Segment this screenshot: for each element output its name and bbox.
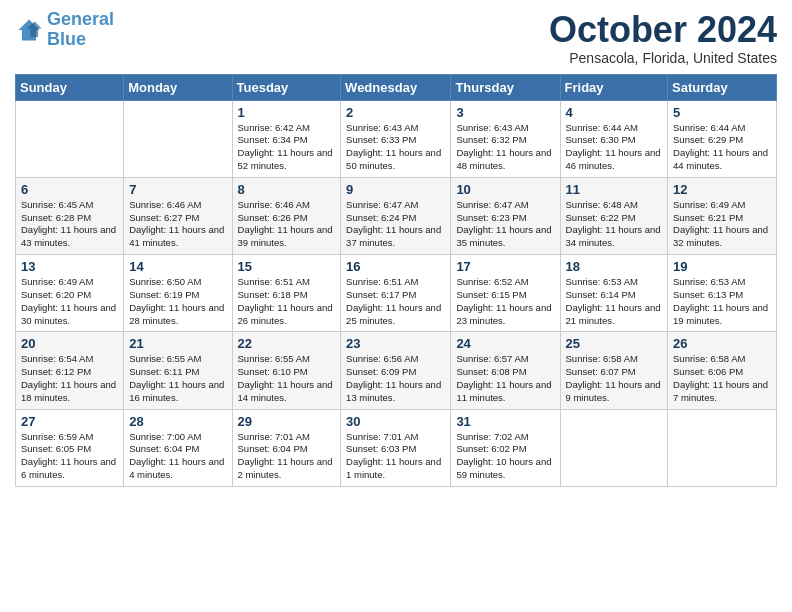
day-cell: 20Sunrise: 6:54 AM Sunset: 6:12 PM Dayli… [16,332,124,409]
day-info: Sunrise: 6:54 AM Sunset: 6:12 PM Dayligh… [21,353,118,404]
day-number: 18 [566,259,663,274]
title-block: October 2024 Pensacola, Florida, United … [549,10,777,66]
day-number: 21 [129,336,226,351]
day-cell: 14Sunrise: 6:50 AM Sunset: 6:19 PM Dayli… [124,255,232,332]
day-info: Sunrise: 6:43 AM Sunset: 6:33 PM Dayligh… [346,122,445,173]
day-cell: 16Sunrise: 6:51 AM Sunset: 6:17 PM Dayli… [341,255,451,332]
logo-text: General Blue [47,10,114,50]
column-header-tuesday: Tuesday [232,74,341,100]
day-cell: 15Sunrise: 6:51 AM Sunset: 6:18 PM Dayli… [232,255,341,332]
column-header-wednesday: Wednesday [341,74,451,100]
day-cell: 22Sunrise: 6:55 AM Sunset: 6:10 PM Dayli… [232,332,341,409]
day-cell: 31Sunrise: 7:02 AM Sunset: 6:02 PM Dayli… [451,409,560,486]
day-cell: 9Sunrise: 6:47 AM Sunset: 6:24 PM Daylig… [341,177,451,254]
day-cell: 2Sunrise: 6:43 AM Sunset: 6:33 PM Daylig… [341,100,451,177]
day-cell: 11Sunrise: 6:48 AM Sunset: 6:22 PM Dayli… [560,177,668,254]
day-number: 9 [346,182,445,197]
day-cell: 24Sunrise: 6:57 AM Sunset: 6:08 PM Dayli… [451,332,560,409]
day-info: Sunrise: 6:46 AM Sunset: 6:27 PM Dayligh… [129,199,226,250]
day-info: Sunrise: 6:49 AM Sunset: 6:21 PM Dayligh… [673,199,771,250]
day-cell: 29Sunrise: 7:01 AM Sunset: 6:04 PM Dayli… [232,409,341,486]
column-header-sunday: Sunday [16,74,124,100]
day-info: Sunrise: 6:55 AM Sunset: 6:11 PM Dayligh… [129,353,226,404]
column-header-saturday: Saturday [668,74,777,100]
day-cell: 3Sunrise: 6:43 AM Sunset: 6:32 PM Daylig… [451,100,560,177]
day-number: 24 [456,336,554,351]
day-info: Sunrise: 6:47 AM Sunset: 6:24 PM Dayligh… [346,199,445,250]
day-number: 5 [673,105,771,120]
day-number: 7 [129,182,226,197]
day-number: 10 [456,182,554,197]
day-number: 30 [346,414,445,429]
day-number: 26 [673,336,771,351]
day-cell: 12Sunrise: 6:49 AM Sunset: 6:21 PM Dayli… [668,177,777,254]
day-number: 29 [238,414,336,429]
day-cell: 25Sunrise: 6:58 AM Sunset: 6:07 PM Dayli… [560,332,668,409]
day-cell: 4Sunrise: 6:44 AM Sunset: 6:30 PM Daylig… [560,100,668,177]
day-number: 4 [566,105,663,120]
day-info: Sunrise: 6:59 AM Sunset: 6:05 PM Dayligh… [21,431,118,482]
logo-icon [15,16,43,44]
day-number: 13 [21,259,118,274]
day-cell: 6Sunrise: 6:45 AM Sunset: 6:28 PM Daylig… [16,177,124,254]
day-cell: 7Sunrise: 6:46 AM Sunset: 6:27 PM Daylig… [124,177,232,254]
day-info: Sunrise: 6:48 AM Sunset: 6:22 PM Dayligh… [566,199,663,250]
day-info: Sunrise: 6:51 AM Sunset: 6:17 PM Dayligh… [346,276,445,327]
day-number: 12 [673,182,771,197]
column-header-thursday: Thursday [451,74,560,100]
day-cell: 18Sunrise: 6:53 AM Sunset: 6:14 PM Dayli… [560,255,668,332]
day-info: Sunrise: 6:56 AM Sunset: 6:09 PM Dayligh… [346,353,445,404]
day-info: Sunrise: 6:58 AM Sunset: 6:06 PM Dayligh… [673,353,771,404]
day-number: 22 [238,336,336,351]
day-cell [668,409,777,486]
day-info: Sunrise: 6:42 AM Sunset: 6:34 PM Dayligh… [238,122,336,173]
day-number: 3 [456,105,554,120]
week-row-5: 27Sunrise: 6:59 AM Sunset: 6:05 PM Dayli… [16,409,777,486]
day-number: 11 [566,182,663,197]
day-cell: 21Sunrise: 6:55 AM Sunset: 6:11 PM Dayli… [124,332,232,409]
day-info: Sunrise: 6:51 AM Sunset: 6:18 PM Dayligh… [238,276,336,327]
calendar-table: SundayMondayTuesdayWednesdayThursdayFrid… [15,74,777,487]
day-number: 19 [673,259,771,274]
day-cell: 19Sunrise: 6:53 AM Sunset: 6:13 PM Dayli… [668,255,777,332]
day-info: Sunrise: 6:53 AM Sunset: 6:13 PM Dayligh… [673,276,771,327]
page: General Blue October 2024 Pensacola, Flo… [0,0,792,612]
day-number: 1 [238,105,336,120]
week-row-1: 1Sunrise: 6:42 AM Sunset: 6:34 PM Daylig… [16,100,777,177]
day-info: Sunrise: 6:44 AM Sunset: 6:29 PM Dayligh… [673,122,771,173]
week-row-4: 20Sunrise: 6:54 AM Sunset: 6:12 PM Dayli… [16,332,777,409]
day-cell: 5Sunrise: 6:44 AM Sunset: 6:29 PM Daylig… [668,100,777,177]
day-number: 15 [238,259,336,274]
logo-line1: General [47,9,114,29]
day-cell: 13Sunrise: 6:49 AM Sunset: 6:20 PM Dayli… [16,255,124,332]
day-number: 25 [566,336,663,351]
day-info: Sunrise: 6:57 AM Sunset: 6:08 PM Dayligh… [456,353,554,404]
day-number: 6 [21,182,118,197]
day-info: Sunrise: 7:01 AM Sunset: 6:03 PM Dayligh… [346,431,445,482]
day-number: 2 [346,105,445,120]
day-cell [560,409,668,486]
header: General Blue October 2024 Pensacola, Flo… [15,10,777,66]
week-row-2: 6Sunrise: 6:45 AM Sunset: 6:28 PM Daylig… [16,177,777,254]
day-info: Sunrise: 6:47 AM Sunset: 6:23 PM Dayligh… [456,199,554,250]
day-info: Sunrise: 6:58 AM Sunset: 6:07 PM Dayligh… [566,353,663,404]
day-info: Sunrise: 7:02 AM Sunset: 6:02 PM Dayligh… [456,431,554,482]
day-number: 27 [21,414,118,429]
day-cell [16,100,124,177]
location: Pensacola, Florida, United States [549,50,777,66]
day-info: Sunrise: 6:53 AM Sunset: 6:14 PM Dayligh… [566,276,663,327]
day-info: Sunrise: 7:01 AM Sunset: 6:04 PM Dayligh… [238,431,336,482]
day-number: 16 [346,259,445,274]
day-number: 31 [456,414,554,429]
column-header-monday: Monday [124,74,232,100]
day-info: Sunrise: 6:44 AM Sunset: 6:30 PM Dayligh… [566,122,663,173]
day-info: Sunrise: 6:52 AM Sunset: 6:15 PM Dayligh… [456,276,554,327]
day-info: Sunrise: 6:49 AM Sunset: 6:20 PM Dayligh… [21,276,118,327]
column-header-friday: Friday [560,74,668,100]
day-info: Sunrise: 6:50 AM Sunset: 6:19 PM Dayligh… [129,276,226,327]
day-number: 8 [238,182,336,197]
day-number: 20 [21,336,118,351]
day-info: Sunrise: 7:00 AM Sunset: 6:04 PM Dayligh… [129,431,226,482]
week-row-3: 13Sunrise: 6:49 AM Sunset: 6:20 PM Dayli… [16,255,777,332]
day-info: Sunrise: 6:43 AM Sunset: 6:32 PM Dayligh… [456,122,554,173]
